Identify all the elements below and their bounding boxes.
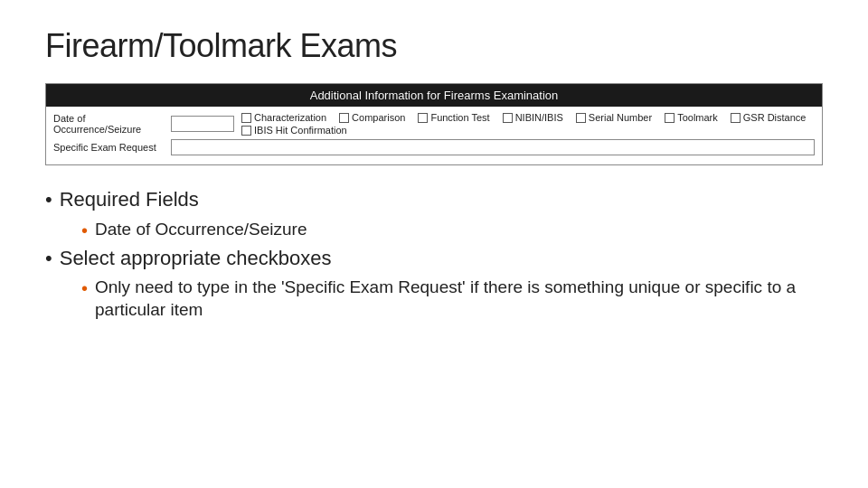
bullets-section: • Required Fields • Date of Occurrence/S… [45,187,823,322]
specific-input[interactable] [171,139,815,155]
checkbox-characterization[interactable]: Characterization [241,112,326,123]
sub-bullet-dot: • [81,219,88,242]
checkbox-comparison[interactable]: Comparison [339,112,405,123]
date-label: Date of Occurrence/Seizure [53,113,171,135]
checkbox-label: NIBIN/IBIS [515,112,563,123]
checkbox-box[interactable] [339,113,349,123]
specific-label: Specific Exam Request [53,142,171,153]
checkbox-box[interactable] [503,113,513,123]
bullet-date-sub: • Date of Occurrence/Seizure [81,219,823,242]
checkbox-serial-number[interactable]: Serial Number [576,112,652,123]
checkbox-box[interactable] [731,113,741,123]
bullet-sub-text-2: Only need to type in the 'Specific Exam … [95,277,823,321]
bullet-specific-sub: • Only need to type in the 'Specific Exa… [81,277,823,321]
bullet-dot: • [45,187,52,213]
checkbox-label: Comparison [352,112,405,123]
checkbox-label: Characterization [254,112,326,123]
checkbox-label: Toolmark [677,112,718,123]
checkbox-box[interactable] [665,113,675,123]
checkbox-box[interactable] [576,113,586,123]
checkbox-toolmark[interactable]: Toolmark [665,112,718,123]
bullet-dot: • [45,246,52,272]
checkbox-box[interactable] [418,113,428,123]
date-input[interactable] [171,116,234,132]
checkbox-ibis-hit[interactable]: IBIS Hit Confirmation [241,125,347,136]
checkbox-box[interactable] [241,113,251,123]
form-body: Date of Occurrence/Seizure Characterizat… [46,107,822,164]
page-title: Firearm/Toolmark Exams [45,27,823,65]
bullet-main-text-2: Select appropriate checkboxes [60,246,332,272]
bullet-select-checkboxes: • Select appropriate checkboxes [45,246,823,272]
bullet-required-fields: • Required Fields [45,187,823,213]
bullet-sub-text: Date of Occurrence/Seizure [95,219,307,241]
firearms-form: Additional Information for Firearms Exam… [45,83,823,165]
bullet-main-text: Required Fields [60,187,199,213]
specific-row: Specific Exam Request [53,139,815,155]
checkbox-label: Function Test [430,112,489,123]
checkboxes-group-1: Characterization Comparison Function Tes… [241,112,815,136]
checkbox-function-test[interactable]: Function Test [418,112,489,123]
checkbox-label: Serial Number [589,112,652,123]
form-header: Additional Information for Firearms Exam… [46,84,822,107]
checkbox-gsr-distance[interactable]: GSR Distance [731,112,807,123]
checkbox-label: GSR Distance [743,112,807,123]
sub-bullet-dot-2: • [81,277,88,300]
checkbox-nibin-ibis[interactable]: NIBIN/IBIS [503,112,563,123]
checkbox-box[interactable] [241,126,251,136]
checkbox-label: IBIS Hit Confirmation [254,125,347,136]
date-row: Date of Occurrence/Seizure Characterizat… [53,112,815,136]
